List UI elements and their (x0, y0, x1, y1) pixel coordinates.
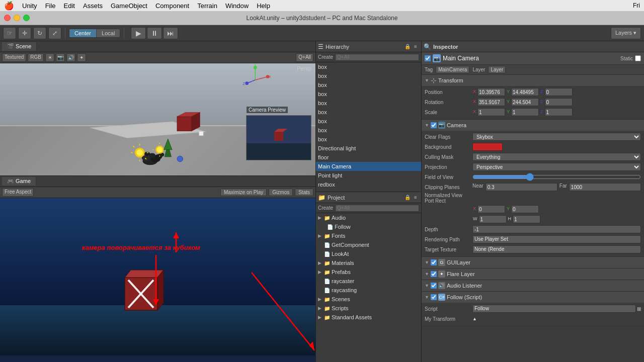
project-materials[interactable]: ▶ 📁 Materials (316, 258, 421, 267)
hierarchy-search[interactable] (335, 54, 419, 61)
projection-dropdown[interactable]: Perspective (472, 163, 641, 171)
camera-enabled-checkbox[interactable] (431, 122, 437, 128)
textured-dropdown[interactable]: Textured (2, 53, 26, 62)
tree-item-box6[interactable]: box (316, 108, 421, 117)
menu-window[interactable]: Window (225, 2, 249, 10)
project-standard-assets[interactable]: ▶ 📁 Standard Assets (316, 313, 421, 322)
tree-item-maincamera[interactable]: Main Camera (316, 162, 421, 171)
pause-button[interactable]: ⏸ (147, 27, 162, 39)
project-raycasting[interactable]: 📄 raycasting (316, 286, 421, 295)
project-search[interactable] (335, 205, 419, 212)
fov-slider[interactable] (472, 174, 641, 180)
camera-header[interactable]: ▼ 📷 Camera (422, 120, 644, 131)
project-scenes[interactable]: ▶ 📁 Scenes (316, 295, 421, 304)
close-button[interactable] (4, 15, 11, 21)
rotation-z[interactable] (545, 98, 573, 106)
menu-component[interactable]: Component (155, 2, 189, 10)
norm-w[interactable] (479, 215, 507, 223)
project-lock-btn[interactable]: 🔒 (404, 194, 411, 201)
tree-item-box9[interactable]: box (316, 135, 421, 144)
minimize-button[interactable] (14, 15, 20, 21)
guilayer-header[interactable]: ▼ G GUILayer (422, 257, 644, 268)
project-create-btn[interactable]: Create (318, 205, 333, 211)
scale-x[interactable] (477, 108, 505, 116)
tag-dropdown[interactable]: MainCamera (436, 66, 469, 73)
maximize-on-play-btn[interactable]: Maximize on Play (220, 189, 267, 196)
rotate-tool[interactable]: ↻ (33, 27, 46, 39)
flarelayer-checkbox[interactable] (431, 271, 437, 277)
norm-x[interactable] (477, 205, 505, 213)
rotation-y[interactable] (511, 98, 539, 106)
transform-header[interactable]: ▼ ⊹ Transform (422, 75, 644, 86)
project-prefabs[interactable]: ▶ 📁 Prefabs (316, 267, 421, 277)
layer-dropdown[interactable]: Layer (488, 66, 506, 73)
game-tab[interactable]: 🎮 Game (2, 177, 36, 186)
hierarchy-menu-btn[interactable]: ≡ (412, 43, 419, 50)
move-tool[interactable]: ✛ (18, 27, 31, 39)
effects-icon[interactable]: ✦ (77, 53, 86, 62)
tree-item-box8[interactable]: box (316, 126, 421, 135)
menu-help[interactable]: Help (257, 2, 270, 10)
tree-item-box7[interactable]: box (316, 117, 421, 126)
scale-tool[interactable]: ⤢ (48, 27, 61, 39)
follow-checkbox[interactable] (431, 294, 437, 300)
project-raycaster[interactable]: 📄 raycaster (316, 277, 421, 286)
play-button[interactable]: ▶ (131, 27, 146, 39)
stats-btn[interactable]: Stats (295, 189, 313, 196)
sun-icon[interactable]: ☀ (45, 53, 54, 62)
culling-dropdown[interactable]: Everything (472, 153, 641, 161)
project-follow[interactable]: 📄 Follow (316, 222, 421, 231)
project-audio[interactable]: ▶ 📁 Audio (316, 213, 421, 222)
camera-scene-icon[interactable]: 📷 (56, 53, 65, 62)
follow-header[interactable]: ▼ C# Follow (Script) (422, 292, 644, 303)
guilayer-checkbox[interactable] (431, 259, 437, 265)
clearflags-dropdown[interactable]: Skybox (472, 133, 641, 141)
menu-file[interactable]: File (45, 2, 56, 10)
tree-item-box4[interactable]: box (316, 89, 421, 99)
hierarchy-create-btn[interactable]: Create (318, 54, 333, 60)
scene-tab[interactable]: 🎬 Scene (2, 42, 37, 51)
tree-item-box1[interactable]: box (316, 62, 421, 71)
depth-field[interactable] (472, 225, 641, 233)
audiolayer-checkbox[interactable] (431, 283, 437, 289)
tree-item-box5[interactable]: box (316, 99, 421, 108)
flarelayer-header[interactable]: ▼ ✦ Flare Layer (422, 268, 644, 280)
menu-assets[interactable]: Assets (83, 2, 103, 10)
script-link-icon[interactable]: ⊞ (637, 306, 641, 312)
menu-unity[interactable]: Unity (22, 2, 37, 10)
position-y[interactable] (511, 88, 539, 96)
project-menu-btn[interactable]: ≡ (412, 194, 419, 201)
maximize-button[interactable] (23, 15, 30, 21)
rotation-x[interactable] (477, 98, 505, 106)
scale-y[interactable] (511, 108, 539, 116)
qall-dropdown[interactable]: Q+All (296, 53, 313, 62)
audiolayer-header[interactable]: ▼ 🔊 Audio Listener (422, 280, 644, 291)
hierarchy-lock-btn[interactable]: 🔒 (404, 43, 411, 50)
tree-item-box2[interactable]: box (316, 71, 421, 80)
background-color[interactable] (472, 143, 503, 151)
hand-tool[interactable]: ☞ (3, 27, 16, 39)
tree-item-box3[interactable]: box (316, 80, 421, 89)
audio-icon[interactable]: 🔊 (66, 53, 75, 62)
menu-gameobject[interactable]: GameObject (111, 2, 147, 10)
tree-item-dirlight[interactable]: Directional light (316, 144, 421, 153)
center-toggle[interactable]: Center (69, 29, 97, 37)
project-getcomponent[interactable]: 📄 GetComponent (316, 240, 421, 249)
tree-item-floor[interactable]: floor (316, 153, 421, 162)
gizmos-btn[interactable]: Gizmos (269, 189, 293, 196)
position-z[interactable] (545, 88, 573, 96)
step-button[interactable]: ⏭ (163, 27, 178, 39)
far-field[interactable] (569, 183, 641, 191)
project-fonts[interactable]: ▶ 📁 Fonts (316, 231, 421, 240)
rendering-dropdown[interactable]: Use Player Set (472, 235, 641, 243)
script-field[interactable]: Follow (472, 305, 636, 313)
tree-item-redbox[interactable]: redbox (316, 180, 421, 189)
static-checkbox[interactable] (635, 55, 641, 61)
object-active-checkbox[interactable] (425, 55, 431, 61)
menu-terrain[interactable]: Terrain (197, 2, 217, 10)
tree-item-pointlight[interactable]: Point light (316, 171, 421, 180)
local-toggle[interactable]: Local (97, 29, 120, 37)
norm-h[interactable] (513, 215, 540, 223)
menu-edit[interactable]: Edit (64, 2, 75, 10)
project-lookat[interactable]: 📄 LookAt (316, 249, 421, 258)
